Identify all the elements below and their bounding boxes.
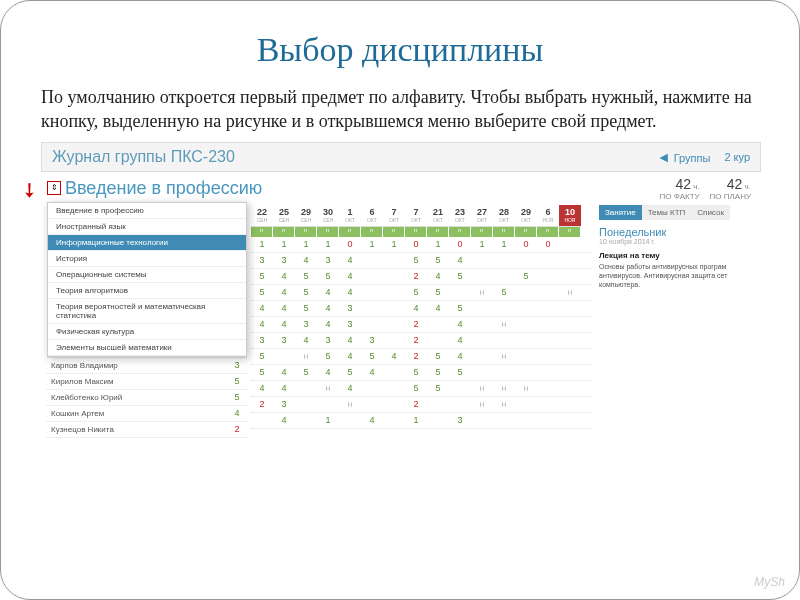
grade-cell[interactable]: 5: [405, 255, 427, 265]
grade-cell[interactable]: 1: [273, 239, 295, 249]
grade-cell[interactable]: 5: [295, 287, 317, 297]
grade-cell[interactable]: 3: [361, 335, 383, 345]
grade-cell[interactable]: н: [295, 351, 317, 361]
grade-cell[interactable]: 1: [427, 239, 449, 249]
dropdown-item[interactable]: Операционные системы: [48, 267, 246, 283]
grade-cell[interactable]: н: [317, 383, 339, 393]
grade-cell[interactable]: 0: [405, 239, 427, 249]
grade-cell[interactable]: 5: [405, 367, 427, 377]
dropdown-item[interactable]: История: [48, 251, 246, 267]
date-column[interactable]: 27ОКТ: [471, 205, 493, 227]
student-row[interactable]: Кошкин Артем4: [47, 406, 247, 422]
grade-cell[interactable]: 4: [273, 383, 295, 393]
date-column[interactable]: 28ОКТ: [493, 205, 515, 227]
grade-cell[interactable]: 0: [537, 239, 559, 249]
course-link[interactable]: 2 кур: [724, 151, 750, 163]
grade-cell[interactable]: 2: [405, 319, 427, 329]
grade-cell[interactable]: 2: [405, 399, 427, 409]
grade-cell[interactable]: 2: [405, 271, 427, 281]
student-row[interactable]: Кирилов Максим5: [47, 374, 247, 390]
dropdown-item[interactable]: Элементы высшей математики: [48, 340, 246, 356]
grade-cell[interactable]: 4: [339, 255, 361, 265]
date-column[interactable]: 30СЕН: [317, 205, 339, 227]
grade-cell[interactable]: 4: [449, 255, 471, 265]
grade-cell[interactable]: 5: [295, 367, 317, 377]
date-column[interactable]: 21ОКТ: [427, 205, 449, 227]
grade-cell[interactable]: 2: [405, 351, 427, 361]
grade-cell[interactable]: 4: [449, 335, 471, 345]
grade-cell[interactable]: 3: [273, 255, 295, 265]
dropdown-item[interactable]: Введение в профессию: [48, 203, 246, 219]
grade-cell[interactable]: 4: [317, 367, 339, 377]
grade-cell[interactable]: 4: [317, 303, 339, 313]
subject-dropdown[interactable]: Введение в профессиюИностранный языкИнфо…: [47, 202, 247, 357]
grade-cell[interactable]: н: [559, 287, 581, 297]
grade-cell[interactable]: 0: [339, 239, 361, 249]
grade-cell[interactable]: н: [471, 287, 493, 297]
grade-cell[interactable]: 5: [405, 287, 427, 297]
grade-cell[interactable]: 4: [251, 303, 273, 313]
grade-cell[interactable]: н: [493, 383, 515, 393]
grade-cell[interactable]: 4: [427, 271, 449, 281]
subject-toggle-button[interactable]: ⇕: [47, 181, 61, 195]
grade-cell[interactable]: 5: [251, 367, 273, 377]
grade-cell[interactable]: н: [493, 351, 515, 361]
grade-cell[interactable]: 5: [295, 271, 317, 281]
grade-cell[interactable]: 4: [339, 287, 361, 297]
grade-cell[interactable]: 3: [295, 319, 317, 329]
grade-cell[interactable]: 5: [295, 303, 317, 313]
grade-cell[interactable]: 5: [361, 351, 383, 361]
grade-cell[interactable]: 4: [361, 415, 383, 425]
grade-cell[interactable]: 3: [317, 335, 339, 345]
date-column[interactable]: 29ОКТ: [515, 205, 537, 227]
grade-cell[interactable]: 3: [273, 335, 295, 345]
grade-cell[interactable]: 2: [405, 335, 427, 345]
date-column[interactable]: 7ОКТ: [405, 205, 427, 227]
grade-cell[interactable]: 3: [273, 399, 295, 409]
date-column[interactable]: 6ОКТ: [361, 205, 383, 227]
grade-cell[interactable]: 3: [251, 255, 273, 265]
dropdown-item[interactable]: Информационные технологии: [48, 235, 246, 251]
grade-cell[interactable]: 5: [427, 383, 449, 393]
grade-cell[interactable]: 4: [361, 367, 383, 377]
grade-cell[interactable]: 5: [405, 383, 427, 393]
grade-cell[interactable]: 5: [515, 271, 537, 281]
grade-cell[interactable]: 5: [251, 351, 273, 361]
grade-cell[interactable]: 0: [449, 239, 471, 249]
grade-cell[interactable]: 4: [273, 319, 295, 329]
student-row[interactable]: Кузнецов Никита2: [47, 422, 247, 438]
dropdown-item[interactable]: Теория алгоритмов: [48, 283, 246, 299]
grade-cell[interactable]: н: [471, 399, 493, 409]
grade-cell[interactable]: 4: [339, 271, 361, 281]
grade-cell[interactable]: 4: [273, 287, 295, 297]
dropdown-item[interactable]: Физическая культура: [48, 324, 246, 340]
grade-cell[interactable]: 4: [317, 287, 339, 297]
grade-cell[interactable]: 4: [339, 335, 361, 345]
date-column[interactable]: 10НОЯ: [559, 205, 581, 227]
grade-cell[interactable]: 4: [273, 303, 295, 313]
grade-cell[interactable]: 4: [273, 415, 295, 425]
date-column[interactable]: 25СЕН: [273, 205, 295, 227]
grade-cell[interactable]: н: [515, 383, 537, 393]
grade-cell[interactable]: 4: [427, 303, 449, 313]
date-column[interactable]: 29СЕН: [295, 205, 317, 227]
grade-cell[interactable]: 5: [449, 303, 471, 313]
grade-cell[interactable]: 4: [273, 367, 295, 377]
grade-cell[interactable]: 2: [251, 399, 273, 409]
grade-cell[interactable]: 1: [317, 239, 339, 249]
grade-cell[interactable]: 4: [449, 351, 471, 361]
grade-cell[interactable]: 0: [515, 239, 537, 249]
side-tab[interactable]: Занятие: [599, 205, 642, 220]
grade-cell[interactable]: 4: [339, 351, 361, 361]
grade-cell[interactable]: 3: [317, 255, 339, 265]
grade-cell[interactable]: 4: [449, 319, 471, 329]
grade-cell[interactable]: 4: [317, 319, 339, 329]
grade-cell[interactable]: 4: [383, 351, 405, 361]
date-column[interactable]: 7ОКТ: [383, 205, 405, 227]
grade-cell[interactable]: 5: [449, 271, 471, 281]
grade-cell[interactable]: 5: [449, 367, 471, 377]
grade-cell[interactable]: 3: [339, 319, 361, 329]
grade-cell[interactable]: 3: [251, 335, 273, 345]
grade-cell[interactable]: 1: [317, 415, 339, 425]
dropdown-item[interactable]: Иностранный язык: [48, 219, 246, 235]
